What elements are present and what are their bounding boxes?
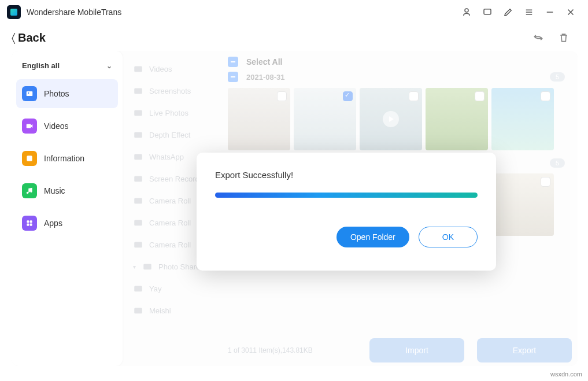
nav-item-information[interactable]: Information bbox=[16, 144, 118, 173]
nav-label: Information bbox=[44, 154, 84, 163]
folder-item[interactable]: Videos bbox=[130, 58, 224, 80]
svg-rect-12 bbox=[134, 132, 142, 138]
folder-label: Camera Roll bbox=[149, 241, 191, 249]
svg-rect-9 bbox=[134, 66, 142, 72]
folder-icon bbox=[133, 86, 143, 96]
videos-icon bbox=[22, 119, 37, 134]
svg-rect-20 bbox=[134, 308, 142, 314]
menu-icon[interactable] bbox=[524, 7, 534, 17]
progress-bar bbox=[215, 193, 478, 198]
date-group-label: 2021-08-31 bbox=[246, 73, 285, 82]
watermark: wsxdn.com bbox=[550, 371, 582, 378]
folder-label: WhatsApp bbox=[149, 153, 184, 161]
select-all-label: Select All bbox=[246, 57, 283, 66]
language-selector[interactable]: English all ⌄ bbox=[16, 57, 118, 79]
import-button[interactable]: Import bbox=[369, 338, 464, 362]
nav-item-videos[interactable]: Videos bbox=[16, 112, 118, 140]
folder-icon bbox=[133, 108, 143, 118]
date-group-checkbox[interactable] bbox=[228, 72, 238, 82]
feedback-icon[interactable] bbox=[482, 7, 493, 17]
sidebar-nav: English all ⌄ PhotosVideosInformationMus… bbox=[12, 51, 123, 366]
open-folder-button[interactable]: Open Folder bbox=[336, 227, 409, 247]
chevron-down-icon: ▾ bbox=[133, 264, 139, 270]
svg-rect-0 bbox=[484, 9, 491, 14]
ok-button[interactable]: OK bbox=[419, 227, 478, 247]
back-chevron-icon[interactable]: 〈 bbox=[12, 31, 16, 45]
svg-rect-16 bbox=[134, 220, 142, 226]
folder-label: Depth Effect bbox=[149, 131, 190, 139]
svg-rect-17 bbox=[134, 242, 142, 248]
export-button[interactable]: Export bbox=[477, 338, 572, 362]
thumbnail-checkbox[interactable] bbox=[343, 91, 353, 101]
svg-rect-14 bbox=[134, 176, 142, 182]
folder-label: Live Photos bbox=[149, 109, 188, 117]
folder-item[interactable]: Depth Effect bbox=[130, 124, 224, 146]
photo-thumbnail[interactable] bbox=[360, 88, 422, 150]
select-all-checkbox[interactable] bbox=[228, 57, 238, 67]
refresh-icon[interactable] bbox=[532, 32, 544, 43]
svg-rect-10 bbox=[134, 88, 142, 94]
svg-rect-3 bbox=[27, 124, 31, 128]
folder-label: Meishi bbox=[149, 306, 171, 315]
edit-icon[interactable] bbox=[503, 7, 513, 17]
nav-item-music[interactable]: Music bbox=[16, 176, 118, 205]
folder-label: Camera Roll bbox=[149, 197, 191, 205]
folder-item[interactable]: Yay bbox=[130, 278, 224, 299]
thumbnail-checkbox[interactable] bbox=[541, 177, 550, 187]
minimize-icon[interactable] bbox=[545, 7, 555, 17]
svg-rect-15 bbox=[134, 198, 142, 204]
modal-title: Export Successfully! bbox=[215, 170, 478, 180]
folder-item[interactable]: Live Photos bbox=[130, 102, 224, 124]
nav-label: Music bbox=[44, 186, 65, 195]
svg-rect-5 bbox=[27, 220, 29, 223]
folder-icon bbox=[133, 283, 143, 294]
back-button[interactable]: Back bbox=[18, 31, 46, 45]
photo-thumbnail[interactable] bbox=[491, 173, 554, 236]
status-text: 1 of 3011 Item(s),143.81KB bbox=[228, 346, 313, 354]
app-logo bbox=[7, 5, 21, 19]
svg-rect-11 bbox=[134, 110, 142, 116]
delete-icon[interactable] bbox=[558, 32, 569, 43]
thumbnail-checkbox[interactable] bbox=[541, 91, 550, 101]
photo-thumbnail[interactable] bbox=[294, 88, 356, 150]
nav-label: Videos bbox=[44, 121, 69, 131]
svg-rect-13 bbox=[134, 154, 142, 160]
photo-thumbnail[interactable] bbox=[228, 88, 290, 150]
chevron-down-icon: ⌄ bbox=[106, 62, 112, 70]
language-label: English all bbox=[22, 61, 60, 70]
nav-item-apps[interactable]: Apps bbox=[16, 209, 118, 238]
folder-item[interactable]: Meishi bbox=[130, 299, 224, 321]
svg-rect-19 bbox=[134, 286, 142, 292]
nav-label: Photos bbox=[44, 89, 69, 98]
svg-rect-7 bbox=[27, 224, 29, 226]
svg-rect-18 bbox=[143, 264, 151, 270]
folder-icon bbox=[133, 130, 143, 140]
date-group-count: 5 bbox=[550, 158, 565, 168]
app-title: Wondershare MobileTrans bbox=[27, 8, 121, 17]
info-icon bbox=[22, 151, 37, 166]
folder-icon bbox=[133, 195, 143, 206]
account-icon[interactable] bbox=[461, 7, 472, 17]
apps-icon bbox=[22, 216, 37, 231]
date-group-count: 5 bbox=[550, 72, 565, 82]
folder-icon bbox=[133, 217, 143, 228]
thumbnail-checkbox[interactable] bbox=[475, 91, 485, 101]
close-icon[interactable] bbox=[565, 7, 576, 17]
folder-item[interactable]: Screenshots bbox=[130, 80, 224, 102]
svg-rect-6 bbox=[30, 220, 32, 223]
thumbnail-checkbox[interactable] bbox=[409, 91, 419, 101]
folder-label: Videos bbox=[149, 65, 172, 73]
nav-item-photos[interactable]: Photos bbox=[16, 79, 118, 108]
folder-icon bbox=[133, 64, 143, 74]
folder-label: Yay bbox=[149, 284, 161, 293]
status-bar: 1 of 3011 Item(s),143.81KB Import Export bbox=[228, 338, 572, 362]
photo-thumbnail[interactable] bbox=[491, 88, 554, 150]
folder-label: Camera Roll bbox=[149, 219, 191, 227]
back-bar: 〈 Back bbox=[0, 24, 588, 51]
folder-icon bbox=[133, 239, 143, 250]
titlebar: Wondershare MobileTrans bbox=[0, 0, 588, 24]
music-icon bbox=[22, 183, 37, 198]
folder-icon bbox=[133, 305, 143, 316]
photo-thumbnail[interactable] bbox=[426, 88, 488, 150]
thumbnail-checkbox[interactable] bbox=[277, 91, 287, 101]
